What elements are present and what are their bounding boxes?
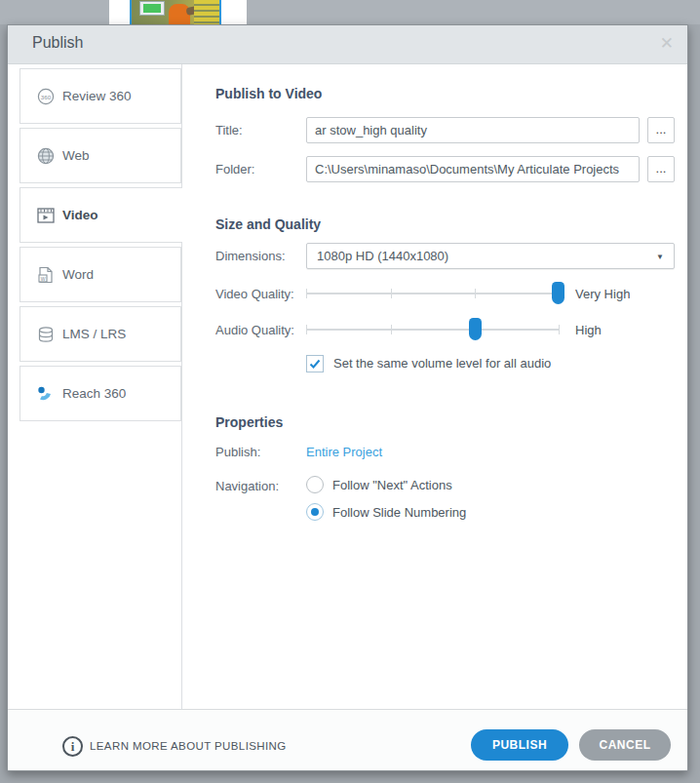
video-icon — [37, 207, 55, 224]
close-icon[interactable]: ✕ — [660, 33, 674, 55]
video-quality-slider-handle[interactable] — [552, 282, 564, 304]
cancel-button[interactable]: CANCEL — [579, 729, 671, 761]
tab-label: Word — [62, 267, 94, 282]
word-doc-icon: w — [37, 266, 55, 284]
tab-review-360[interactable]: 360 Review 360 — [19, 68, 181, 124]
radio-label: Follow "Next" Actions — [332, 478, 452, 492]
checkmark-icon — [308, 357, 322, 371]
tab-label: Video — [62, 208, 98, 222]
svg-text:w: w — [40, 275, 46, 282]
database-icon — [37, 326, 55, 343]
tab-label: Reach 360 — [62, 386, 126, 401]
tab-label: LMS / LRS — [62, 327, 126, 341]
review-360-icon: 360 — [37, 88, 55, 105]
folder-browse-button[interactable]: ... — [647, 156, 675, 182]
dialog-titlebar: Publish ✕ — [8, 25, 687, 64]
tab-lms-lrs[interactable]: LMS / LRS — [19, 306, 181, 362]
audio-quality-slider-handle[interactable] — [469, 318, 482, 340]
dialog-footer: i LEARN MORE ABOUT PUBLISHING PUBLISH CA… — [8, 709, 687, 770]
volume-checkbox[interactable] — [306, 355, 324, 372]
title-browse-button[interactable]: ... — [647, 117, 675, 143]
video-quality-value: Very High — [575, 287, 630, 301]
tab-reach-360[interactable]: Reach 360 — [19, 366, 181, 421]
folder-label: Folder: — [215, 162, 254, 176]
audio-quality-label: Audio Quality: — [215, 323, 294, 337]
tab-label: Web — [62, 148, 90, 163]
tab-video[interactable]: Video — [19, 187, 182, 243]
audio-quality-slider[interactable] — [306, 329, 560, 331]
dimensions-select[interactable]: 1080p HD (1440x1080) ▼ — [306, 243, 675, 269]
tab-word[interactable]: w Word — [19, 247, 181, 302]
tab-label: Review 360 — [62, 89, 132, 103]
section-heading-size-quality: Size and Quality — [215, 216, 321, 232]
reach-360-icon — [37, 385, 55, 403]
navigation-label: Navigation: — [215, 479, 279, 493]
publish-button[interactable]: PUBLISH — [471, 729, 568, 761]
tab-web[interactable]: Web — [19, 128, 181, 183]
volume-checkbox-label: Set the same volume level for all audio — [333, 356, 551, 371]
radio-follow-next-actions[interactable] — [306, 476, 324, 493]
globe-icon — [37, 147, 55, 165]
title-label: Title: — [215, 123, 243, 137]
publish-scope-link[interactable]: Entire Project — [306, 445, 382, 459]
section-heading-publish-to-video: Publish to Video — [215, 86, 322, 101]
slide-thumbnail — [130, 0, 221, 24]
video-quality-slider[interactable] — [306, 293, 560, 294]
publish-dialog: Publish ✕ 360 Review 360 Web Video w Wor… — [7, 24, 688, 771]
info-icon: i — [62, 736, 83, 757]
svg-text:360: 360 — [41, 94, 52, 100]
radio-follow-slide-numbering[interactable] — [306, 503, 324, 521]
folder-input[interactable] — [306, 156, 640, 182]
dimensions-value: 1080p HD (1440x1080) — [317, 249, 448, 263]
radio-label: Follow Slide Numbering — [332, 505, 466, 520]
dialog-title: Publish — [32, 34, 83, 52]
learn-more-link[interactable]: i LEARN MORE ABOUT PUBLISHING — [62, 735, 287, 757]
learn-more-text: LEARN MORE ABOUT PUBLISHING — [90, 740, 287, 752]
section-heading-properties: Properties — [215, 414, 283, 430]
audio-quality-value: High — [575, 323, 602, 337]
dimensions-label: Dimensions: — [215, 249, 286, 263]
thumbnail-monitor — [139, 1, 165, 16]
thumbnail-bins — [194, 0, 219, 24]
chevron-down-icon: ▼ — [656, 253, 664, 261]
video-quality-label: Video Quality: — [215, 287, 294, 301]
publish-scope-label: Publish: — [215, 445, 260, 459]
title-input[interactable] — [306, 117, 640, 143]
sidebar-divider — [181, 64, 182, 709]
app-background — [0, 0, 700, 24]
